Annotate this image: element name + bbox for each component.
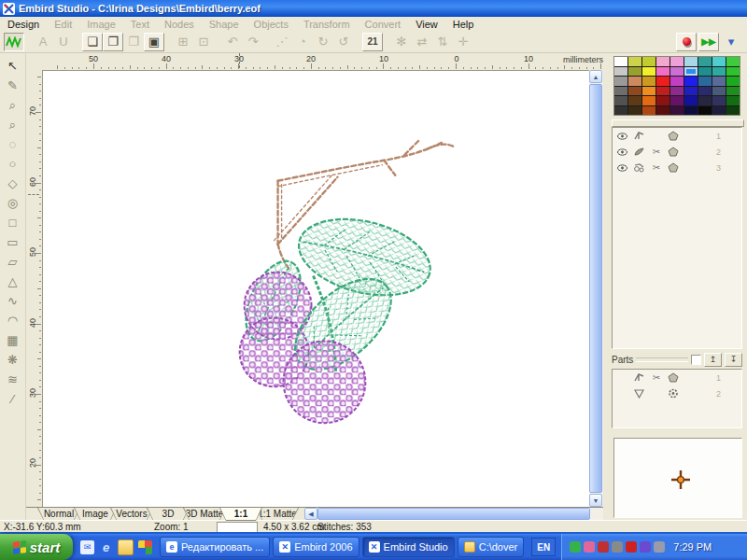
menu-item-convert[interactable]: Convert [358,19,409,30]
palette-color[interactable] [628,96,641,105]
undo-button[interactable]: ↶ [222,33,243,51]
palette-color[interactable] [726,87,740,96]
palette-color[interactable] [670,67,684,77]
tray-icon[interactable] [626,541,637,553]
task-button[interactable]: C:\dover [458,537,525,557]
palette-color[interactable] [670,106,684,116]
outline-shape-tool[interactable]: ◇ [2,174,24,193]
mail-icon[interactable]: ✉ [80,540,94,554]
text-tool-button[interactable]: A [33,33,53,51]
freehand-tool[interactable]: ◌ [2,134,24,154]
palette-color[interactable] [642,106,655,116]
copy-button[interactable]: ⊞ [173,33,193,51]
palette-color[interactable] [628,106,641,116]
rect-shape-tool[interactable]: □ [2,213,24,232]
task-button[interactable]: eРедактировать ... [160,537,270,557]
task-button[interactable]: ✕Embird 2006 [273,537,359,557]
lettering-tool-button[interactable]: U [53,33,74,51]
palette-color[interactable] [670,77,684,86]
paint-icon[interactable] [138,540,152,554]
part-row[interactable]: ✂ 1 [613,370,741,385]
triangle-tool[interactable]: △ [2,272,24,291]
start-button[interactable]: start [0,534,73,560]
part-row[interactable]: 2 [613,385,741,401]
palette-color[interactable] [614,87,627,96]
menu-item-objects[interactable]: Objects [247,19,296,30]
menu-item-edit[interactable]: Edit [47,19,79,30]
palette-color[interactable] [712,67,726,77]
tray-icon[interactable] [640,541,651,553]
palette-color[interactable] [642,67,655,77]
palette-color[interactable] [628,67,641,77]
pattern-fill-tool[interactable]: ▦ [2,330,24,350]
menu-item-design[interactable]: Design [0,19,47,30]
palette-color[interactable] [726,106,740,116]
reshape-tool-button[interactable]: ↺ [333,33,354,51]
palette-color[interactable] [656,57,669,66]
paste-button[interactable]: ⊡ [193,33,214,51]
task-button[interactable]: ✕Embird Studio [362,537,455,557]
palette-color[interactable] [698,77,712,86]
palette-color[interactable] [628,77,641,86]
tray-icon[interactable] [654,541,665,553]
palette-color[interactable] [628,87,641,96]
import-button[interactable]: ❐ [123,33,144,51]
palette-color[interactable] [642,57,655,66]
tray-icon[interactable] [584,541,595,553]
panel-splitter[interactable] [612,119,744,127]
tray-icon[interactable] [570,541,581,553]
menu-item-nodes[interactable]: Nodes [157,19,202,30]
layer-row[interactable]: ✂ 3 [613,160,741,175]
vertical-scroll-thumb[interactable] [589,84,602,493]
zoom-1-1-tool[interactable]: ⌕ [2,115,24,134]
design-canvas[interactable] [42,70,589,507]
menu-item-text[interactable]: Text [123,19,157,30]
sort-button[interactable]: ⇅ [432,33,453,51]
palette-color[interactable] [684,96,698,105]
palette-color[interactable] [642,96,655,105]
palette-color[interactable] [656,67,669,77]
scroll-down-icon[interactable]: ▼ [589,494,602,507]
palette-color[interactable] [698,96,712,105]
palette-color[interactable] [698,106,712,116]
palette-color[interactable] [726,77,740,86]
layer-row[interactable]: ✂ 2 [613,144,741,160]
horizontal-scrollbar[interactable]: ◀ ▶ [304,508,603,520]
palette-color[interactable] [614,77,627,86]
parallelogram-tool[interactable]: ▱ [2,252,24,272]
tab-3d-matte[interactable]: 3D Matte [183,508,226,521]
palette-color[interactable] [698,67,712,77]
palette-color[interactable] [628,57,641,66]
zoom-tool[interactable]: ⌕ [2,95,24,115]
menu-item-help[interactable]: Help [445,19,482,30]
line-tool[interactable]: ∕ [2,389,24,409]
layer-row[interactable]: 1 [613,128,741,144]
stitch-mode-button[interactable] [4,33,24,51]
move-to-bottom-button[interactable]: ↧ [725,353,742,367]
palette-color[interactable] [614,96,627,105]
fill-shape-tool[interactable]: ○ [2,154,24,174]
hatch-tool[interactable]: ≋ [2,370,24,389]
rotate-tool-button[interactable]: ↻ [313,33,333,51]
tab-normal[interactable]: Normal [37,508,80,521]
palette-color[interactable] [726,67,740,77]
edit-points-tool[interactable]: ✎ [2,76,24,95]
palette-color[interactable] [684,87,698,96]
tab-1-1[interactable]: 1:1 [219,508,262,521]
node-tool-button[interactable]: ⋰ [272,33,292,51]
hole-shape-tool[interactable]: ◎ [2,193,24,213]
palette-color[interactable] [614,106,627,116]
palette-color[interactable] [712,96,726,105]
tab-1-1-matte[interactable]: 1:1 Matte [256,508,299,521]
center-button[interactable]: ✛ [453,33,473,51]
palette-color[interactable] [712,77,726,86]
tab-vectors[interactable]: Vectors [110,508,153,521]
palette-color[interactable] [684,77,698,86]
palette-color[interactable] [656,87,669,96]
eye-icon[interactable] [617,148,627,156]
play-button[interactable]: ▶▶ [698,33,719,51]
palette-color[interactable] [642,87,655,96]
palette-color[interactable] [614,57,627,66]
column-shape-tool[interactable]: ▭ [2,232,24,252]
palette-color[interactable] [698,57,712,66]
